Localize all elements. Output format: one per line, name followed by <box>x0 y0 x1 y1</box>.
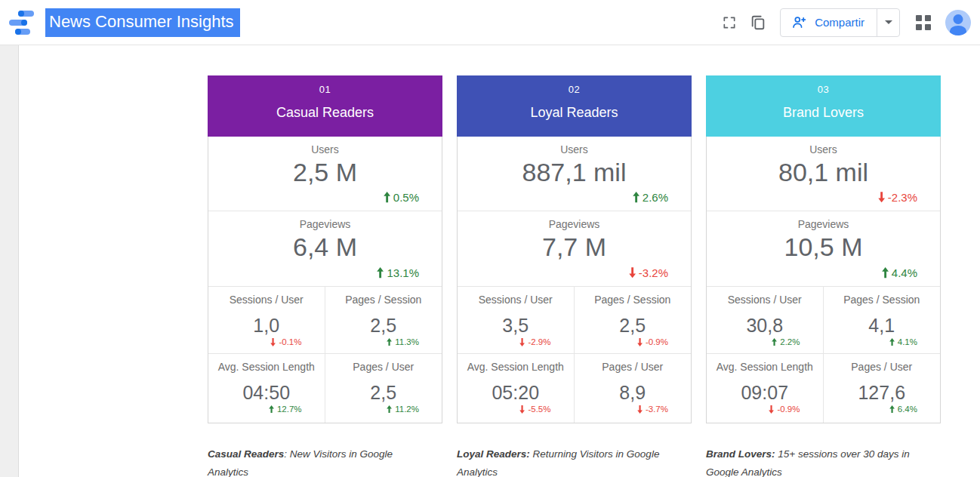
trend-indicator: 0.5% <box>384 191 442 204</box>
trend-arrow-icon <box>387 405 392 414</box>
metric-value: 04:50 <box>242 382 290 404</box>
card-title: Loyal Readers <box>457 105 692 121</box>
metric-value: 2,5 <box>619 315 646 337</box>
report-title[interactable]: News Consumer Insights <box>45 8 240 37</box>
metric-value: 887,1 mil <box>522 158 627 187</box>
card-index: 02 <box>457 84 692 95</box>
card-title: Brand Lovers <box>706 105 941 121</box>
trend-arrow-icon <box>882 267 889 278</box>
chevron-down-icon <box>885 20 892 24</box>
trend-indicator: 11.3% <box>387 337 442 346</box>
avg-session-length-scorecard: Avg. Session Length 09:07 -0.9% <box>707 354 824 423</box>
trend-arrow-icon <box>889 405 895 414</box>
metric-label: Pageviews <box>300 218 351 230</box>
pages-per-session-scorecard: Pages / Session 2,5 -0.9% <box>575 287 692 354</box>
share-dropdown-button[interactable] <box>877 9 899 36</box>
metric-label: Users <box>311 143 339 155</box>
metric-value: 7,7 M <box>542 232 606 262</box>
trend-arrow-icon <box>377 267 384 278</box>
metric-value: 3,5 <box>502 315 529 337</box>
card-body: Users 2,5 M 0.5% Pageviews 6,4 M 13.1% S… <box>208 137 442 423</box>
metric-value: 2,5 <box>370 315 396 337</box>
trend-indicator: 4.1% <box>889 337 940 346</box>
segment-footnote: Casual Readers: New Visitors in Google A… <box>208 445 425 477</box>
users-scorecard: Users 80,1 mil -2.3% <box>707 137 940 211</box>
trend-arrow-icon <box>772 338 777 346</box>
trend-arrow-icon <box>769 405 774 414</box>
sessions-per-user-scorecard: Sessions / User 3,5 -2.9% <box>458 287 575 354</box>
copy-pages-icon <box>750 14 766 31</box>
avg-session-length-scorecard: Avg. Session Length 04:50 12.7% <box>208 354 325 423</box>
card-header: 02 Loyal Readers <box>457 75 692 137</box>
metric-label: Pages / User <box>353 361 414 373</box>
share-button-group: Compartir <box>780 8 900 37</box>
users-scorecard: Users 887,1 mil 2.6% <box>458 137 691 211</box>
pageviews-scorecard: Pageviews 10,5 M 4.4% <box>707 211 940 287</box>
metric-label: Avg. Session Length <box>717 361 813 373</box>
trend-arrow-icon <box>637 405 643 414</box>
card-body: Users 80,1 mil -2.3% Pageviews 10,5 M 4.… <box>706 137 941 423</box>
trend-arrow-icon <box>889 338 895 346</box>
trend-indicator: -3.7% <box>637 405 691 414</box>
segment-card-loyal-readers: 02 Loyal Readers Users 887,1 mil 2.6% Pa… <box>457 75 692 477</box>
metric-value: 127,6 <box>858 382 905 404</box>
metric-value: 8,9 <box>619 382 646 404</box>
trend-indicator: 13.1% <box>377 266 442 279</box>
metric-label: Pages / Session <box>843 294 920 306</box>
metric-value: 05:20 <box>492 382 539 404</box>
users-scorecard: Users 2,5 M 0.5% <box>208 137 442 211</box>
metric-value: 6,4 M <box>293 232 357 262</box>
pages-per-user-scorecard: Pages / User 127,6 6.4% <box>824 354 941 423</box>
trend-arrow-icon <box>629 267 636 278</box>
trend-indicator: -2.3% <box>878 191 940 204</box>
metric-label: Pages / Session <box>594 294 670 306</box>
trend-arrow-icon <box>270 338 276 346</box>
card-title: Casual Readers <box>208 105 442 121</box>
trend-indicator: -3.2% <box>629 266 691 279</box>
trend-indicator: -5.5% <box>519 405 573 414</box>
trend-indicator: 2.2% <box>772 337 822 346</box>
metric-value: 1,0 <box>253 315 279 337</box>
trend-indicator: 6.4% <box>889 405 940 414</box>
user-avatar[interactable] <box>945 10 971 35</box>
person-add-icon <box>791 14 807 30</box>
pages-per-user-scorecard: Pages / User 8,9 -3.7% <box>575 354 692 423</box>
trend-arrow-icon <box>384 192 390 202</box>
metric-label: Users <box>809 143 837 155</box>
trend-arrow-icon <box>269 405 274 414</box>
card-index: 03 <box>706 84 941 95</box>
trend-indicator: -0.1% <box>270 337 324 346</box>
metric-value: 10,5 M <box>784 232 863 262</box>
metric-label: Pageviews <box>549 218 600 230</box>
metric-value: 80,1 mil <box>778 158 868 187</box>
trend-indicator: -0.9% <box>769 405 822 414</box>
share-button[interactable]: Compartir <box>781 9 877 36</box>
metric-value: 4,1 <box>868 315 895 337</box>
metric-label: Avg. Session Length <box>467 361 564 373</box>
pageviews-scorecard: Pageviews 7,7 M -3.2% <box>458 211 691 287</box>
sessions-per-user-scorecard: Sessions / User 30,8 2.2% <box>707 287 824 354</box>
trend-indicator: 12.7% <box>269 405 325 414</box>
segment-card-brand-lovers: 03 Brand Lovers Users 80,1 mil -2.3% Pag… <box>706 75 941 477</box>
fullscreen-button[interactable] <box>715 8 744 37</box>
copy-pages-button[interactable] <box>744 8 772 37</box>
card-index: 01 <box>208 84 442 95</box>
share-button-label: Compartir <box>815 16 864 29</box>
avg-session-length-scorecard: Avg. Session Length 05:20 -5.5% <box>458 354 575 423</box>
metric-label: Sessions / User <box>728 294 802 306</box>
trend-arrow-icon <box>519 338 525 346</box>
metric-label: Users <box>560 143 588 155</box>
metric-value: 2,5 M <box>293 158 357 187</box>
metric-label: Pageviews <box>798 218 849 230</box>
apps-grid-button[interactable] <box>909 8 938 37</box>
report-canvas: 01 Casual Readers Users 2,5 M 0.5% Pagev… <box>20 45 980 477</box>
trend-arrow-icon <box>387 338 392 346</box>
segment-card-casual-readers: 01 Casual Readers Users 2,5 M 0.5% Pagev… <box>208 75 442 477</box>
segment-footnote: Brand Lovers: 15+ sessions over 30 days … <box>706 445 923 477</box>
card-header: 01 Casual Readers <box>208 75 442 137</box>
trend-indicator: 2.6% <box>633 191 692 204</box>
app-toolbar: News Consumer Insights Compartir <box>0 0 980 45</box>
pages-per-session-scorecard: Pages / Session 2,5 11.3% <box>325 287 442 354</box>
metric-value: 09:07 <box>741 382 788 404</box>
data-studio-logo-icon[interactable] <box>8 8 36 37</box>
